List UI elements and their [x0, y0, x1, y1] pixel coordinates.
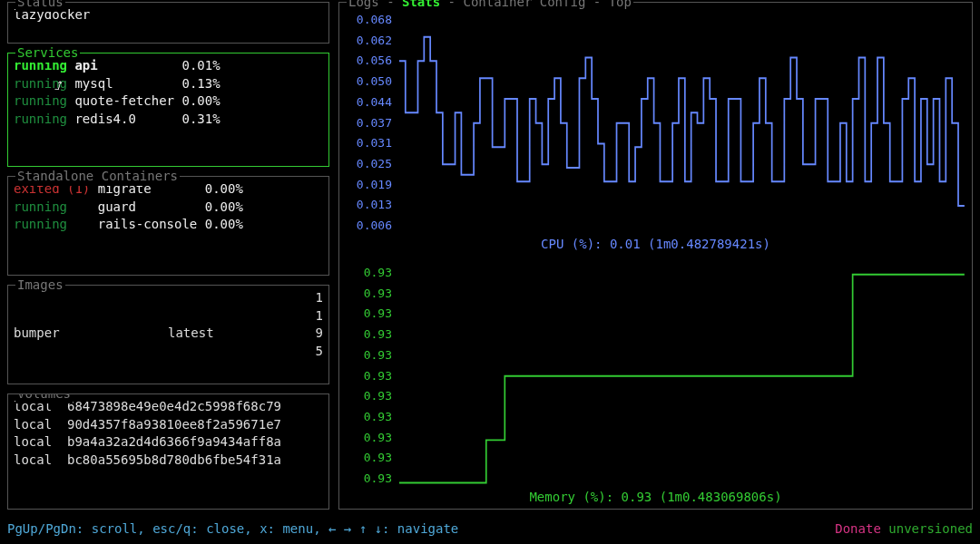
volume-row[interactable]: local b9a4a32a2d4d6366f9a9434aff8a [14, 433, 323, 452]
stats-panel[interactable]: Logs - Stats - Container Config - Top 0.… [338, 2, 973, 510]
image-row[interactable]: 1 [14, 307, 323, 325]
services-title: Services [15, 44, 80, 63]
service-row[interactable]: running quote-fetcher 0.00% [14, 92, 323, 111]
tab-logs[interactable]: Logs [348, 0, 379, 9]
standalone-panel[interactable]: Standalone Containers exited (1) migrate… [7, 176, 329, 276]
volumes-title: Volumes [15, 393, 73, 403]
container-row[interactable]: running guard 0.00% [14, 199, 323, 217]
version-text: unversioned [888, 521, 973, 536]
image-row[interactable]: bumperlatest9 [14, 325, 323, 343]
mem-caption: Memory (%): 0.93 (1m0.483069806s) [345, 489, 966, 507]
volume-row[interactable]: local 90d4357f8a93810ee8f2a59671e7 [14, 416, 323, 434]
status-panel[interactable]: Status lazydocker [7, 2, 329, 44]
images-title: Images [15, 277, 65, 295]
help-text: PgUp/PgDn: scroll, esc/q: close, x: menu… [7, 520, 458, 539]
footer-bar: PgUp/PgDn: scroll, esc/q: close, x: menu… [7, 520, 973, 539]
standalone-title: Standalone Containers [15, 168, 180, 186]
tab-container-config[interactable]: Container Config [463, 0, 585, 9]
right-tabs: Logs - Stats - Container Config - Top [347, 0, 633, 12]
tab-top[interactable]: Top [609, 0, 632, 9]
volumes-panel[interactable]: Volumes local 68473898e49e0e4d2c5998f68c… [7, 393, 329, 510]
images-panel[interactable]: Images 11bumperlatest95 [7, 285, 329, 384]
cursor-icon: ⭜ [52, 77, 64, 95]
mem-chart: 0.930.930.930.930.930.930.930.930.930.93… [345, 265, 966, 487]
volume-row[interactable]: local bc80a55695b8d780db6fbe54f31a [14, 452, 323, 470]
cpu-caption: CPU (%): 0.01 (1m0.482789421s) [345, 236, 966, 254]
services-panel[interactable]: Services running api 0.01%running mysql … [7, 53, 329, 167]
cpu-chart: 0.0680.0620.0560.0500.0440.0370.0310.025… [345, 12, 966, 234]
donate-link[interactable]: Donate [835, 521, 881, 536]
container-row[interactable]: running rails-console 0.00% [14, 216, 323, 234]
service-row[interactable]: running redis4.0 0.31% [14, 111, 323, 129]
tab-stats[interactable]: Stats [402, 0, 440, 9]
image-row[interactable]: 5 [14, 343, 323, 361]
status-title: Status [15, 0, 65, 12]
